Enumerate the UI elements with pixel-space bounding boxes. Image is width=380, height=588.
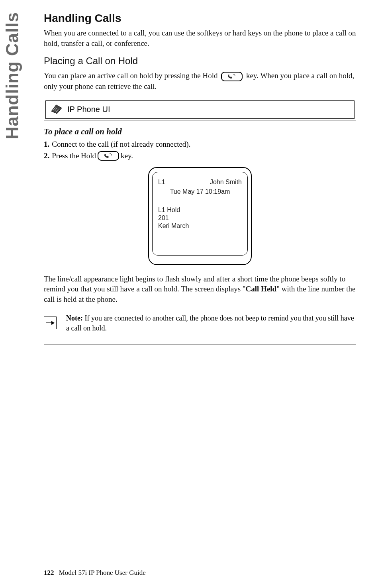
hold-para-text-a: You can place an active call on hold by … (44, 71, 219, 80)
ip-phone-ui-panel: IP Phone UI (44, 99, 356, 120)
procedure-heading: To place a call on hold (44, 127, 356, 137)
screen-caller-name: John Smith (210, 179, 242, 186)
screen-extension: 201 (158, 214, 242, 222)
phone-screen-illustration: L1 John Smith Tue May 17 10:19am L1 Hold… (44, 167, 356, 265)
svg-rect-1 (98, 151, 119, 160)
footer-title: Model 57i IP Phone User Guide (59, 569, 146, 576)
step-2-number: 2. (44, 151, 49, 160)
note-arrow-icon (44, 317, 57, 329)
note-label: Note: (66, 314, 83, 322)
page-number: 122 (44, 569, 54, 576)
svg-marker-3 (51, 321, 55, 325)
step-1-number: 1. (44, 140, 49, 149)
call-held-bold: Call Held (246, 285, 277, 293)
subheading-placing-hold: Placing a Call on Hold (44, 55, 356, 67)
step-2-text-a: Press the Hold (52, 151, 96, 160)
step-2-text-b: key. (121, 151, 133, 160)
step-2: 2. Press the Hold key. (44, 151, 356, 161)
page-title: Handling Calls (44, 12, 356, 25)
hold-paragraph: You can place an active call on hold by … (44, 71, 356, 91)
screen-held-caller: Keri March (158, 222, 242, 230)
ip-phone-ui-label: IP Phone UI (67, 105, 110, 114)
screen-line-indicator: L1 (158, 179, 165, 186)
step-1-text: Connect to the call (if not already conn… (52, 140, 190, 149)
hold-key-icon (221, 72, 243, 81)
page-footer: 122 Model 57i IP Phone User Guide (44, 569, 146, 577)
screen-datetime: Tue May 17 10:19am (158, 188, 242, 195)
note-text: If you are connected to another call, th… (66, 314, 354, 332)
after-screen-paragraph: The line/call appearance light begins to… (44, 274, 356, 305)
svg-rect-0 (221, 72, 242, 81)
intro-paragraph: When you are connected to a call, you ca… (44, 28, 356, 48)
screen-hold-line: L1 Hold (158, 206, 242, 214)
hold-key-icon (98, 151, 119, 161)
step-1: 1. Connect to the call (if not already c… (44, 140, 356, 149)
phone-ui-icon (50, 103, 63, 116)
note-block: Note: If you are connected to another ca… (44, 310, 356, 344)
